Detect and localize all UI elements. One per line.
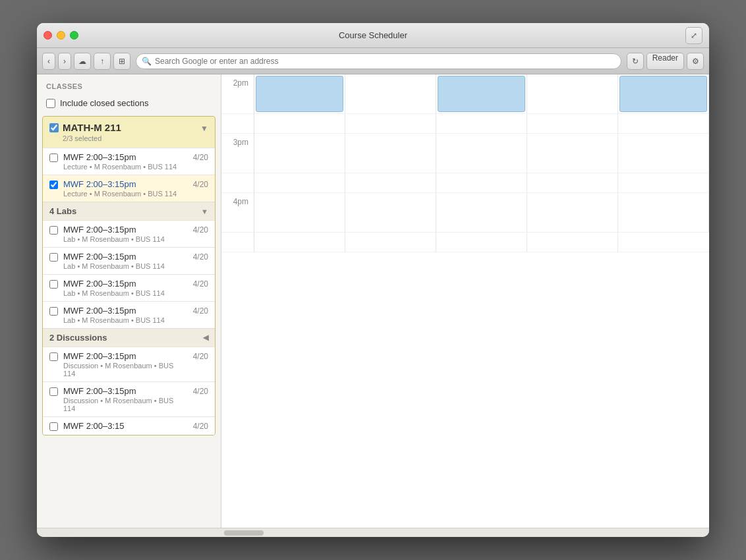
cal-event-fri-2pm (619, 76, 707, 112)
back-button[interactable]: ‹ (42, 53, 55, 70)
scrollbar-thumb[interactable] (224, 530, 264, 536)
discussion-checkbox-2[interactable] (49, 387, 58, 396)
cal-cell-wed-230pm (436, 114, 527, 134)
close-button[interactable] (43, 31, 52, 40)
title-bar: Course Scheduler ⤢ (37, 23, 709, 48)
lab-item-1: MWF 2:00–3:15pm Lab • M Rosenbaum • BUS … (43, 220, 215, 247)
lab-seats-2: 4/20 (193, 252, 208, 262)
calendar-grid: 2pm 3pm (221, 74, 709, 252)
sidebar: CLASSES Include closed sections MATH-M 2… (37, 74, 221, 528)
calendar: 2pm 3pm (221, 74, 709, 528)
lecture-checkbox-1[interactable] (49, 154, 58, 162)
cal-cell-mon-3pm (254, 134, 345, 173)
extra-info: MWF 2:00–3:15 (63, 421, 188, 431)
lab-checkbox-1[interactable] (49, 226, 58, 235)
cal-event-wed-2pm (438, 76, 525, 112)
extra-seats: 4/20 (193, 422, 208, 431)
lab-seats-4: 4/20 (193, 306, 208, 316)
reader-button[interactable]: Reader (646, 53, 684, 70)
time-3pm: 3pm (221, 134, 254, 173)
cal-cell-fri-230pm (618, 114, 709, 134)
discussions-label: 2 Discussions (49, 333, 107, 343)
cal-cell-tue-430pm (345, 233, 436, 252)
cal-cell-thu-430pm (527, 233, 618, 252)
labs-label: 4 Labs (49, 206, 76, 216)
minimize-button[interactable] (57, 31, 65, 40)
forward-button[interactable]: › (58, 53, 71, 70)
course-title-block: MATH-M 211 2/3 selected (63, 122, 121, 142)
lab-item-3: MWF 2:00–3:15pm Lab • M Rosenbaum • BUS … (43, 274, 215, 301)
lab-item-4: MWF 2:00–3:15pm Lab • M Rosenbaum • BUS … (43, 301, 215, 328)
cal-cell-mon-330pm (254, 173, 345, 193)
course-subtitle: 2/3 selected (63, 134, 121, 142)
lab-checkbox-2[interactable] (49, 253, 58, 262)
cal-cell-wed-2pm (436, 74, 527, 114)
include-closed-row: Include closed sections (37, 94, 221, 116)
search-input[interactable] (155, 57, 616, 66)
lecture-item-1: MWF 2:00–3:15pm Lecture • M Rosenbaum • … (43, 148, 215, 175)
lab-checkbox-3[interactable] (49, 280, 58, 289)
lab-details-2: Lab • M Rosenbaum • BUS 114 (63, 262, 188, 270)
discussion-details-2: Discussion • M Rosenbaum • BUS 114 (63, 397, 188, 412)
time-430pm (221, 233, 254, 252)
section-seats-1: 4/20 (193, 153, 208, 162)
extra-checkbox[interactable] (49, 422, 58, 431)
cal-cell-mon-230pm (254, 114, 345, 134)
search-bar[interactable]: 🔍 (136, 53, 621, 69)
discussion-item-2: MWF 2:00–3:15pm Discussion • M Rosenbaum… (43, 381, 215, 416)
cloud-button[interactable]: ☁ (74, 53, 91, 70)
cal-cell-tue-230pm (345, 114, 436, 134)
lecture-item-2: MWF 2:00–3:15pm Lecture • M Rosenbaum • … (43, 175, 215, 202)
lab-time-4: MWF 2:00–3:15pm (63, 306, 188, 316)
discussion-seats-2: 4/20 (193, 387, 208, 396)
discussion-time-1: MWF 2:00–3:15pm (63, 351, 188, 361)
share-button[interactable]: ↑ (94, 53, 111, 70)
discussions-expand-arrow: ◀ (203, 333, 208, 342)
cal-cell-wed-330pm (436, 173, 527, 193)
lecture-checkbox-2[interactable] (49, 181, 58, 189)
maximize-button[interactable] (70, 31, 78, 40)
cal-cell-mon-4pm (254, 193, 345, 233)
course-header-left: MATH-M 211 2/3 selected (49, 122, 121, 142)
labs-group-header[interactable]: 4 Labs ▼ (43, 202, 215, 220)
lab-seats-3: 4/20 (193, 279, 208, 289)
course-checkbox[interactable] (49, 123, 59, 132)
time-2pm: 2pm (221, 74, 254, 114)
include-closed-checkbox[interactable] (46, 99, 55, 108)
title-bar-controls: ⤢ (685, 27, 703, 44)
labs-expand-arrow: ▼ (201, 208, 208, 215)
discussions-group-header[interactable]: 2 Discussions ◀ (43, 328, 215, 347)
refresh-button[interactable]: ↻ (627, 53, 644, 70)
section-time-2: MWF 2:00–3:15pm (63, 179, 188, 189)
section-seats-2: 4/20 (193, 180, 208, 189)
window-title: Course Scheduler (339, 30, 407, 40)
expand-arrow[interactable]: ▼ (200, 124, 208, 133)
main-content: CLASSES Include closed sections MATH-M 2… (37, 74, 709, 528)
search-icon: 🔍 (142, 57, 152, 66)
cal-cell-thu-2pm (527, 74, 618, 114)
lab-info-1: MWF 2:00–3:15pm Lab • M Rosenbaum • BUS … (63, 225, 188, 243)
section-time-1: MWF 2:00–3:15pm (63, 152, 188, 162)
cal-cell-fri-430pm (618, 233, 709, 252)
lab-checkbox-4[interactable] (49, 307, 58, 316)
discussion-time-2: MWF 2:00–3:15pm (63, 386, 188, 396)
discussion-seats-1: 4/20 (193, 352, 208, 361)
lab-info-4: MWF 2:00–3:15pm Lab • M Rosenbaum • BUS … (63, 306, 188, 324)
grid-button[interactable]: ⊞ (113, 53, 130, 70)
extra-item: MWF 2:00–3:15 4/20 (43, 416, 215, 435)
horizontal-scrollbar[interactable] (37, 528, 709, 537)
cal-cell-fri-4pm (618, 193, 709, 233)
cal-cell-wed-4pm (436, 193, 527, 233)
section-details-1: Lecture • M Rosenbaum • BUS 114 (63, 163, 188, 171)
cal-cell-thu-3pm (527, 134, 618, 173)
time-4pm: 4pm (221, 193, 254, 233)
lab-item-2: MWF 2:00–3:15pm Lab • M Rosenbaum • BUS … (43, 247, 215, 274)
time-330pm (221, 173, 254, 193)
discussion-item-1: MWF 2:00–3:15pm Discussion • M Rosenbaum… (43, 347, 215, 381)
course-block: MATH-M 211 2/3 selected ▼ MWF 2:00–3:15p… (42, 116, 215, 435)
browser-toolbar: ‹ › ☁ ↑ ⊞ 🔍 ↻ Reader ⚙ (37, 48, 709, 74)
discussion-checkbox-1[interactable] (49, 352, 58, 361)
settings-button[interactable]: ⚙ (687, 53, 704, 70)
lab-time-1: MWF 2:00–3:15pm (63, 225, 188, 235)
resize-button[interactable]: ⤢ (685, 27, 703, 44)
